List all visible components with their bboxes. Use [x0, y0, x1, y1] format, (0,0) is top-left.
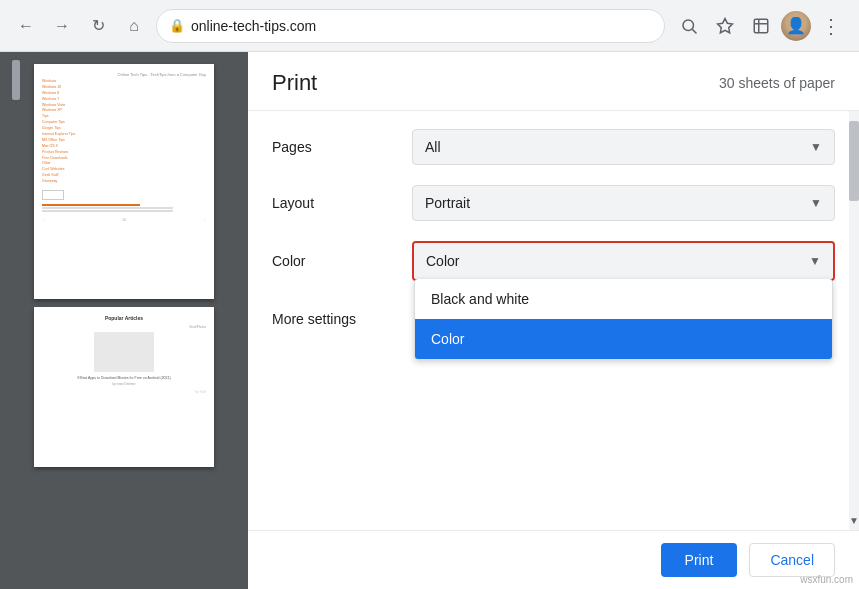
color-control: Color ▼ Black and white Color — [412, 241, 835, 281]
settings-body: Pages All ▼ Layout Portrait ▼ — [248, 111, 859, 530]
svg-line-1 — [692, 29, 696, 33]
page1-img-box — [42, 190, 64, 200]
print-preview-panel: Online Tech Tips - TechTips from a Compu… — [0, 52, 248, 589]
color-dropdown-arrow: ▼ — [809, 254, 821, 268]
page2-article-title: 8 Best Apps to Download Movies for Free … — [42, 376, 206, 380]
browser-action-buttons: 👤 ⋮ — [673, 10, 847, 42]
layout-select[interactable]: Portrait ▼ — [412, 185, 835, 221]
page1-site-title: Online Tech Tips - TechTips from a Compu… — [42, 72, 206, 77]
pages-dropdown-arrow: ▼ — [810, 140, 822, 154]
pages-control: All ▼ — [412, 129, 835, 165]
layout-dropdown-arrow: ▼ — [810, 196, 822, 210]
settings-header: Print 30 sheets of paper — [248, 52, 859, 111]
bookmark-button[interactable] — [709, 10, 741, 42]
dropdown-item-color[interactable]: Color — [415, 319, 832, 359]
settings-scrollbar[interactable]: ▼ — [849, 111, 859, 530]
watermark: wsxfun.com — [800, 574, 853, 585]
color-select-value: Color — [426, 253, 809, 269]
menu-button[interactable]: ⋮ — [815, 10, 847, 42]
cancel-button[interactable]: Cancel — [749, 543, 835, 577]
pages-select[interactable]: All ▼ — [412, 129, 835, 165]
color-setting-row: Color Color ▼ Black and white Color — [248, 231, 859, 291]
search-button[interactable] — [673, 10, 705, 42]
forward-button[interactable]: → — [48, 12, 76, 40]
print-button[interactable]: Print — [661, 543, 738, 577]
preview-scrollbar-thumb — [12, 60, 20, 100]
scroll-down-arrow[interactable]: ▼ — [849, 512, 859, 528]
dropdown-item-black-and-white[interactable]: Black and white — [415, 279, 832, 319]
bottom-action-bar: Print Cancel — [248, 530, 859, 589]
pages-select-value: All — [425, 139, 810, 155]
sheets-count: 30 sheets of paper — [719, 75, 835, 91]
page2-title-text: Popular Articles — [42, 315, 206, 321]
url-text: online-tech-tips.com — [191, 18, 652, 34]
print-title: Print — [272, 70, 317, 96]
page2-subtitle: StockPhotos — [42, 325, 206, 329]
lock-icon: 🔒 — [169, 18, 185, 33]
layout-select-value: Portrait — [425, 195, 810, 211]
svg-point-0 — [683, 20, 694, 31]
color-label: Color — [272, 253, 412, 269]
page1-nav-links: Windows Windows 10 Windows 8 Windows 7 W… — [42, 79, 206, 184]
print-settings-panel: Print 30 sheets of paper Pages All ▼ Lay… — [248, 52, 859, 589]
more-settings-label: More settings — [272, 311, 412, 327]
settings-scrollbar-thumb — [849, 121, 859, 201]
preview-page-2: Popular Articles StockPhotos 8 Best Apps… — [34, 307, 214, 467]
refresh-button[interactable]: ↻ — [84, 12, 112, 40]
layout-setting-row: Layout Portrait ▼ — [248, 175, 859, 231]
avatar[interactable]: 👤 — [781, 11, 811, 41]
layout-control: Portrait ▼ — [412, 185, 835, 221]
page2-footer: Top Stuff — [42, 390, 206, 394]
back-button[interactable]: ← — [12, 12, 40, 40]
svg-marker-2 — [718, 18, 733, 32]
address-bar[interactable]: 🔒 online-tech-tips.com — [156, 9, 665, 43]
color-select[interactable]: Color ▼ — [414, 243, 833, 279]
page2-author: by many Dmitriev — [42, 382, 206, 386]
pages-label: Pages — [272, 139, 412, 155]
home-button[interactable]: ⌂ — [120, 12, 148, 40]
color-dropdown-menu: Black and white Color — [414, 279, 833, 360]
pages-setting-row: Pages All ▼ — [248, 119, 859, 175]
layout-label: Layout — [272, 195, 412, 211]
color-dropdown-wrapper: Color ▼ Black and white Color — [412, 241, 835, 281]
preview-page-1: Online Tech Tips - TechTips from a Compu… — [34, 64, 214, 299]
main-area: Online Tech Tips - TechTips from a Compu… — [0, 52, 859, 589]
page2-thumbnail — [94, 332, 154, 372]
extensions-button[interactable] — [745, 10, 777, 42]
browser-toolbar: ← → ↻ ⌂ 🔒 online-tech-tips.com 👤 ⋮ — [0, 0, 859, 52]
